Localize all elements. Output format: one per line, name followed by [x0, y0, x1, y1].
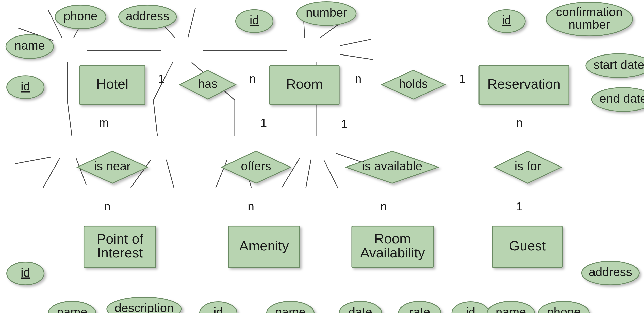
card-hotel-has: 1	[158, 72, 164, 85]
card-isnear-poi: n	[104, 200, 111, 213]
card-avail-ra: n	[381, 200, 387, 213]
attr-amen-id-label: id	[213, 305, 223, 313]
card-holds-res: 1	[459, 72, 465, 85]
entity-reservation-label: Reservation	[487, 76, 561, 91]
card-room-holds: n	[355, 72, 361, 85]
attr-avail-rate-label: rate	[409, 305, 430, 313]
edge-poi-name	[43, 158, 60, 188]
entity-roomavail-label-1: Room	[374, 231, 411, 246]
attr-guest-id-label: id	[466, 305, 475, 313]
entity-room-label: Room	[286, 76, 323, 91]
attr-hotel-phone-label: phone	[63, 9, 97, 23]
attr-res-start-label: start date	[593, 58, 644, 71]
attr-avail-date-label: date	[349, 305, 372, 313]
relationship-isnear-label: is near	[94, 159, 130, 173]
card-hotel-isnear: m	[99, 116, 109, 129]
edge-res-start	[340, 39, 371, 46]
attr-res-id-label: id	[502, 13, 511, 27]
edge-avail-date	[216, 160, 227, 188]
attr-guest-phone-label: phone	[547, 305, 581, 313]
relationship-isfor-label: is for	[515, 159, 541, 173]
card-res-isfor: n	[516, 116, 523, 129]
card-offers-amen: n	[248, 200, 254, 213]
edge-guest-id	[282, 158, 300, 188]
attr-hotel-id-label: id	[21, 79, 30, 93]
edge-guest-name	[306, 160, 311, 188]
edge-offers-amen	[153, 100, 157, 136]
entity-hotel-label: Hotel	[96, 76, 128, 91]
attr-res-conf-label-2: number	[569, 17, 610, 31]
attr-guest-address-label: address	[589, 265, 632, 279]
edge-isnear-poi	[67, 100, 72, 136]
entity-amenity-label: Amenity	[239, 238, 289, 253]
entity-poi-label-2: Interest	[97, 245, 143, 260]
edge-guest-phone	[324, 160, 338, 188]
attr-poi-desc-label: description	[115, 301, 174, 313]
attr-hotel-address-label: address	[126, 9, 169, 23]
card-has-room: n	[249, 72, 256, 85]
card-room-offers: 1	[260, 116, 267, 129]
relationship-holds-label: holds	[399, 77, 428, 90]
relationship-offers-label: offers	[241, 159, 271, 173]
card-room-avail: 1	[341, 117, 348, 131]
attr-hotel-name-label: name	[14, 39, 45, 52]
edge-amen-name	[166, 160, 174, 188]
edge-poi-desc	[76, 158, 86, 185]
edge-poi-id	[15, 157, 51, 164]
relationship-has-label: has	[198, 77, 218, 90]
entity-roomavail-label-2: Availability	[360, 245, 425, 260]
attr-poi-name-label: name	[57, 305, 87, 313]
attr-room-id-label: id	[250, 13, 259, 27]
edge-res-end	[340, 54, 373, 60]
relationship-isavail-label: is available	[362, 159, 422, 173]
edge-room-number	[188, 8, 195, 38]
entity-poi-label-1: Point of	[97, 231, 143, 246]
attr-guest-name-label: name	[496, 305, 526, 313]
card-isfor-guest: 1	[516, 200, 523, 213]
entity-guest-label: Guest	[509, 238, 546, 253]
attr-amen-name-label: name	[275, 305, 306, 313]
attr-res-end-label: end date	[599, 91, 644, 105]
attr-poi-id-label: id	[21, 266, 30, 279]
attr-room-number-label: number	[306, 6, 347, 19]
attr-res-conf-label-1: confirmation	[556, 5, 622, 19]
